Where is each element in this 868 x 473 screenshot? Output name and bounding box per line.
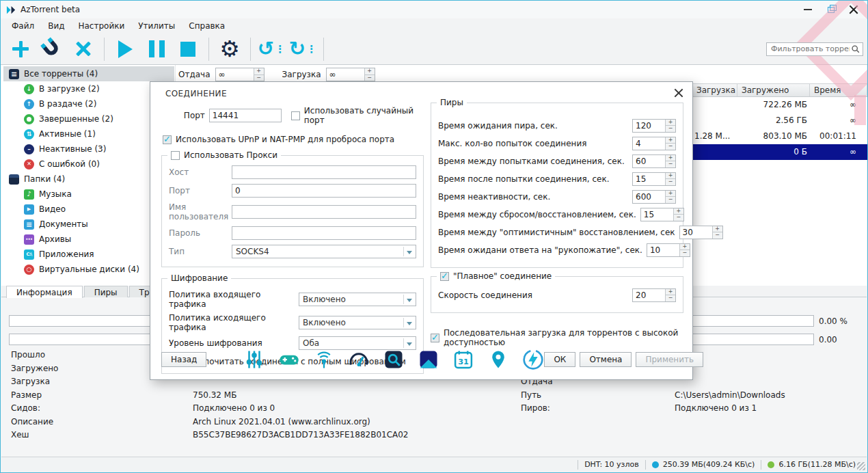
port-field[interactable] [209, 109, 282, 122]
sliders-icon[interactable] [243, 349, 265, 370]
undo-queue-button[interactable] [256, 35, 287, 64]
table-header-downloaded[interactable]: Загружено [737, 84, 810, 96]
proxy-port-field[interactable] [232, 184, 416, 198]
sidebar-item-music[interactable]: Музыка [3, 187, 174, 202]
table-header-download-speed[interactable]: Загрузка [692, 84, 737, 96]
upnp-checkbox[interactable] [163, 135, 172, 144]
peer-setting-row: Время ожидания пира, сек.120+− [438, 118, 676, 133]
minimize-button[interactable] [802, 4, 814, 15]
map-pin-icon[interactable] [487, 349, 509, 370]
stop-icon [180, 42, 195, 57]
spin-down-button[interactable]: − [666, 161, 675, 167]
sidebar-item-video[interactable]: Видео [3, 202, 174, 217]
settings-button[interactable] [214, 35, 245, 64]
spin-down-button[interactable]: − [666, 197, 675, 203]
between-attempts-spinbox[interactable]: 60+− [632, 154, 676, 168]
spin-down-button[interactable]: − [666, 179, 675, 185]
spin-down-button[interactable]: − [254, 75, 264, 81]
spin-down-button[interactable]: − [674, 215, 683, 221]
proxy-enable-checkbox[interactable] [171, 151, 180, 160]
peers-group-label: Пиры [440, 98, 463, 107]
tab-peers[interactable]: Пиры [84, 286, 128, 297]
cancel-button[interactable]: Отмена [580, 352, 632, 367]
add-magnet-button[interactable] [36, 35, 68, 64]
sidebar-item-archives[interactable]: Архивы [3, 232, 174, 247]
sidebar-item-virtual-disks[interactable]: Виртуальные диски (4) [3, 262, 174, 277]
torrent-filter-input[interactable] [770, 44, 851, 54]
spin-down-button[interactable]: − [666, 144, 675, 150]
proxy-host-field[interactable] [232, 165, 416, 179]
menu-item-file[interactable]: Файл [5, 19, 41, 33]
az-logo-icon[interactable] [418, 349, 439, 370]
inactivity-spinbox[interactable]: 600+− [632, 190, 676, 204]
spin-down-button[interactable]: − [666, 126, 675, 132]
start-button[interactable] [109, 35, 141, 64]
table-header-time[interactable]: Время [810, 84, 867, 96]
proxy-password-field[interactable] [232, 226, 416, 240]
random-port-checkbox[interactable] [291, 111, 300, 120]
sidebar-item-finished[interactable]: Завершенные (2) [3, 111, 174, 126]
sidebar-item-documents[interactable]: Документы [3, 217, 174, 232]
menu-item-help[interactable]: Справка [182, 19, 232, 33]
proxy-group: Использовать Прокси Хост Порт Имя пользо… [161, 155, 424, 267]
sidebar-item-downloading[interactable]: В загрузке (2) [3, 81, 174, 96]
all-torrents-icon [9, 69, 19, 79]
menu-item-view[interactable]: Вид [41, 19, 71, 33]
hdd-search-icon[interactable] [383, 349, 405, 370]
sidebar-item-active[interactable]: Активные (1) [3, 126, 174, 141]
back-button[interactable]: Назад [161, 352, 206, 367]
spin-down-button[interactable]: − [713, 232, 722, 239]
sidebar-item-all-torrents[interactable]: Все торренты (4) [3, 66, 174, 81]
tab-information[interactable]: Информация [6, 286, 83, 298]
ok-button[interactable]: ОК [544, 352, 575, 367]
dialog-title: СОЕДИНЕНИЕ [165, 89, 227, 98]
connection-speed-spinbox[interactable]: 20+− [632, 288, 676, 302]
redo-queue-button[interactable] [287, 35, 318, 64]
proxy-type-select[interactable]: SOCKS4 [232, 245, 416, 258]
download-limit-spinbox[interactable]: ∞+− [326, 68, 375, 81]
speedometer-icon[interactable] [348, 349, 370, 370]
outgoing-policy-select[interactable]: Включено [299, 316, 416, 329]
spin-down-button[interactable]: − [666, 295, 675, 301]
smooth-enable-checkbox[interactable] [440, 272, 449, 281]
lightning-icon[interactable] [522, 349, 544, 370]
resize-grip[interactable] [857, 462, 865, 470]
handshake-timeout-spinbox[interactable]: 10+− [647, 243, 690, 257]
remove-torrent-button[interactable] [68, 35, 99, 64]
sidebar-item-error[interactable]: С ошибкой (0) [3, 157, 174, 172]
close-button[interactable] [848, 4, 859, 15]
optimistic-restore-spinbox[interactable]: 30+− [679, 226, 723, 239]
pause-button[interactable] [141, 35, 172, 64]
detail-row-description: ОписаниеArch Linux 2021.04.01 (www.archl… [11, 417, 370, 427]
connection-settings-dialog: СОЕДИНЕНИЕ Порт Использовать случайный п… [150, 81, 693, 380]
incoming-policy-select[interactable]: Включено [299, 293, 416, 306]
calendar-icon[interactable]: 31 [452, 349, 474, 370]
upload-arrow-icon [24, 99, 34, 109]
proxy-username-field[interactable] [232, 205, 416, 219]
sidebar-item-applications[interactable]: Приложения [3, 247, 174, 262]
peer-setting-row: Макс. кол-во попыток соединения4+− [438, 136, 676, 150]
toolbar [1, 33, 867, 65]
dialog-close-button[interactable] [673, 87, 684, 98]
sequential-download-checkbox[interactable] [431, 334, 439, 342]
peer-setting-row: Время неактивности, сек.600+− [438, 189, 676, 204]
menu-item-utilities[interactable]: Утилиты [131, 19, 182, 33]
upload-limit-spinbox[interactable]: ∞+− [215, 68, 265, 81]
antenna-icon[interactable] [313, 349, 335, 370]
stop-button[interactable] [172, 35, 204, 64]
menu-item-settings[interactable]: Настройки [71, 19, 131, 33]
add-torrent-button[interactable] [5, 35, 36, 64]
apply-button[interactable]: Применить [636, 352, 703, 367]
max-attempts-spinbox[interactable]: 4+− [632, 137, 676, 150]
maximize-button[interactable] [825, 4, 837, 15]
peer-setting-row: Время ожидани ответа на "рукопожатие", с… [438, 243, 676, 257]
gamepad-icon[interactable] [278, 349, 300, 370]
after-attempt-spinbox[interactable]: 15+− [632, 172, 676, 186]
sidebar-item-seeding[interactable]: В раздаче (2) [3, 96, 174, 111]
peer-wait-spinbox[interactable]: 120+− [632, 119, 676, 133]
reset-restore-spinbox[interactable]: 15+− [640, 208, 684, 221]
spin-down-button[interactable]: − [680, 250, 690, 256]
sidebar-item-folders[interactable]: Папки (4) [3, 172, 174, 187]
spin-down-button[interactable]: − [365, 75, 375, 81]
sidebar-item-inactive[interactable]: Неактивные (3) [3, 141, 174, 157]
